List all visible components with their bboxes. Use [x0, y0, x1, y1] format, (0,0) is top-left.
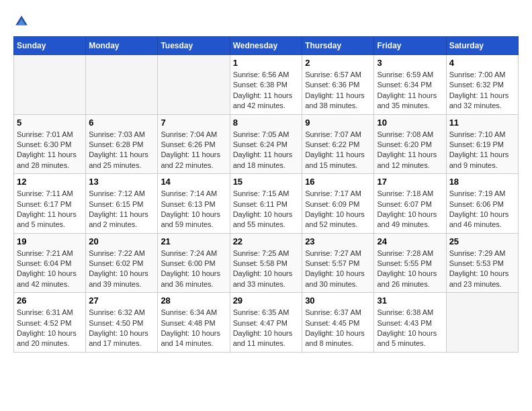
day-number: 8: [233, 118, 300, 128]
day-of-week-header: Saturday: [446, 37, 518, 55]
calendar-body: 1Sunrise: 6:56 AM Sunset: 6:38 PM Daylig…: [14, 55, 519, 353]
calendar-cell: 26Sunrise: 6:31 AM Sunset: 4:52 PM Dayli…: [14, 293, 86, 353]
day-number: 27: [89, 295, 154, 306]
day-info: Sunrise: 7:03 AM Sunset: 6:28 PM Dayligh…: [89, 130, 154, 171]
day-info: Sunrise: 6:37 AM Sunset: 4:45 PM Dayligh…: [305, 308, 371, 349]
calendar-week-row: 12Sunrise: 7:11 AM Sunset: 6:17 PM Dayli…: [14, 174, 519, 234]
day-number: 2: [305, 58, 371, 68]
day-info: Sunrise: 7:01 AM Sunset: 6:30 PM Dayligh…: [17, 130, 83, 171]
calendar-cell: 8Sunrise: 7:05 AM Sunset: 6:24 PM Daylig…: [230, 114, 302, 174]
day-number: 10: [377, 118, 443, 128]
calendar-cell: [14, 55, 86, 115]
calendar-cell: 9Sunrise: 7:07 AM Sunset: 6:22 PM Daylig…: [302, 114, 374, 174]
calendar-cell: 30Sunrise: 6:37 AM Sunset: 4:45 PM Dayli…: [302, 293, 374, 353]
calendar-table: SundayMondayTuesdayWednesdayThursdayFrid…: [13, 36, 519, 353]
calendar-cell: 24Sunrise: 7:28 AM Sunset: 5:55 PM Dayli…: [374, 233, 446, 293]
logo-icon: [13, 13, 30, 30]
day-info: Sunrise: 7:14 AM Sunset: 6:13 PM Dayligh…: [161, 189, 226, 230]
calendar-cell: 19Sunrise: 7:21 AM Sunset: 6:04 PM Dayli…: [14, 233, 86, 293]
day-info: Sunrise: 7:11 AM Sunset: 6:17 PM Dayligh…: [17, 189, 83, 230]
day-info: Sunrise: 6:38 AM Sunset: 4:43 PM Dayligh…: [377, 308, 443, 349]
day-info: Sunrise: 7:24 AM Sunset: 6:00 PM Dayligh…: [161, 248, 226, 290]
day-of-week-header: Wednesday: [230, 37, 302, 55]
day-info: Sunrise: 7:00 AM Sunset: 6:32 PM Dayligh…: [449, 70, 515, 111]
day-number: 30: [305, 295, 371, 306]
calendar-cell: [158, 55, 230, 115]
day-info: Sunrise: 6:59 AM Sunset: 6:34 PM Dayligh…: [377, 70, 443, 111]
calendar-cell: 20Sunrise: 7:22 AM Sunset: 6:02 PM Dayli…: [86, 233, 158, 293]
day-number: 5: [17, 118, 83, 128]
day-number: 13: [89, 177, 154, 187]
logo: [13, 13, 32, 30]
day-number: 20: [89, 236, 154, 246]
day-info: Sunrise: 7:05 AM Sunset: 6:24 PM Dayligh…: [233, 130, 300, 171]
day-number: 15: [233, 177, 300, 187]
day-number: 18: [449, 177, 515, 187]
calendar-week-row: 5Sunrise: 7:01 AM Sunset: 6:30 PM Daylig…: [14, 114, 519, 174]
page-header: [13, 13, 519, 30]
day-info: Sunrise: 7:07 AM Sunset: 6:22 PM Dayligh…: [305, 130, 371, 171]
day-number: 26: [17, 295, 83, 306]
day-number: 19: [17, 236, 83, 246]
calendar-week-row: 19Sunrise: 7:21 AM Sunset: 6:04 PM Dayli…: [14, 233, 519, 293]
day-info: Sunrise: 7:08 AM Sunset: 6:20 PM Dayligh…: [377, 130, 443, 171]
calendar-cell: 2Sunrise: 6:57 AM Sunset: 6:36 PM Daylig…: [302, 55, 374, 115]
day-info: Sunrise: 7:21 AM Sunset: 6:04 PM Dayligh…: [17, 248, 83, 290]
day-of-week-header: Sunday: [14, 37, 86, 55]
day-number: 7: [161, 118, 226, 128]
day-info: Sunrise: 7:10 AM Sunset: 6:19 PM Dayligh…: [449, 130, 515, 171]
day-number: 24: [377, 236, 443, 246]
calendar-header: SundayMondayTuesdayWednesdayThursdayFrid…: [14, 37, 519, 55]
day-info: Sunrise: 7:28 AM Sunset: 5:55 PM Dayligh…: [377, 248, 443, 290]
calendar-cell: 28Sunrise: 6:34 AM Sunset: 4:48 PM Dayli…: [158, 293, 230, 353]
days-of-week-row: SundayMondayTuesdayWednesdayThursdayFrid…: [14, 37, 519, 55]
calendar-cell: 14Sunrise: 7:14 AM Sunset: 6:13 PM Dayli…: [158, 174, 230, 234]
calendar-cell: 12Sunrise: 7:11 AM Sunset: 6:17 PM Dayli…: [14, 174, 86, 234]
day-number: 25: [449, 236, 515, 246]
day-info: Sunrise: 7:29 AM Sunset: 5:53 PM Dayligh…: [449, 248, 515, 290]
calendar-cell: 1Sunrise: 6:56 AM Sunset: 6:38 PM Daylig…: [230, 55, 302, 115]
calendar-cell: 22Sunrise: 7:25 AM Sunset: 5:58 PM Dayli…: [230, 233, 302, 293]
day-number: 3: [377, 58, 443, 68]
day-number: 9: [305, 118, 371, 128]
day-number: 16: [305, 177, 371, 187]
day-of-week-header: Monday: [86, 37, 158, 55]
day-number: 31: [377, 295, 443, 306]
day-number: 28: [161, 295, 226, 306]
calendar-cell: [86, 55, 158, 115]
day-info: Sunrise: 6:57 AM Sunset: 6:36 PM Dayligh…: [305, 70, 371, 111]
calendar-cell: 5Sunrise: 7:01 AM Sunset: 6:30 PM Daylig…: [14, 114, 86, 174]
day-number: 17: [377, 177, 443, 187]
calendar-cell: 13Sunrise: 7:12 AM Sunset: 6:15 PM Dayli…: [86, 174, 158, 234]
day-info: Sunrise: 7:12 AM Sunset: 6:15 PM Dayligh…: [89, 189, 154, 230]
day-number: 29: [233, 295, 300, 306]
day-of-week-header: Friday: [374, 37, 446, 55]
calendar-cell: 21Sunrise: 7:24 AM Sunset: 6:00 PM Dayli…: [158, 233, 230, 293]
calendar-cell: 10Sunrise: 7:08 AM Sunset: 6:20 PM Dayli…: [374, 114, 446, 174]
day-number: 4: [449, 58, 515, 68]
day-info: Sunrise: 7:15 AM Sunset: 6:11 PM Dayligh…: [233, 189, 300, 230]
calendar-cell: 27Sunrise: 6:32 AM Sunset: 4:50 PM Dayli…: [86, 293, 158, 353]
day-info: Sunrise: 7:04 AM Sunset: 6:26 PM Dayligh…: [161, 130, 226, 171]
day-number: 14: [161, 177, 226, 187]
calendar-cell: [446, 293, 518, 353]
calendar-cell: 15Sunrise: 7:15 AM Sunset: 6:11 PM Dayli…: [230, 174, 302, 234]
calendar-cell: 17Sunrise: 7:18 AM Sunset: 6:07 PM Dayli…: [374, 174, 446, 234]
day-info: Sunrise: 7:18 AM Sunset: 6:07 PM Dayligh…: [377, 189, 443, 230]
calendar-cell: 25Sunrise: 7:29 AM Sunset: 5:53 PM Dayli…: [446, 233, 518, 293]
day-info: Sunrise: 6:31 AM Sunset: 4:52 PM Dayligh…: [17, 308, 83, 349]
calendar-cell: 3Sunrise: 6:59 AM Sunset: 6:34 PM Daylig…: [374, 55, 446, 115]
day-number: 1: [233, 58, 300, 68]
day-info: Sunrise: 7:27 AM Sunset: 5:57 PM Dayligh…: [305, 248, 371, 290]
day-of-week-header: Tuesday: [158, 37, 230, 55]
calendar-week-row: 1Sunrise: 6:56 AM Sunset: 6:38 PM Daylig…: [14, 55, 519, 115]
day-number: 11: [449, 118, 515, 128]
day-info: Sunrise: 6:32 AM Sunset: 4:50 PM Dayligh…: [89, 308, 154, 349]
calendar-cell: 29Sunrise: 6:35 AM Sunset: 4:47 PM Dayli…: [230, 293, 302, 353]
day-info: Sunrise: 7:17 AM Sunset: 6:09 PM Dayligh…: [305, 189, 371, 230]
calendar-cell: 23Sunrise: 7:27 AM Sunset: 5:57 PM Dayli…: [302, 233, 374, 293]
day-of-week-header: Thursday: [302, 37, 374, 55]
day-number: 6: [89, 118, 154, 128]
day-number: 21: [161, 236, 226, 246]
day-info: Sunrise: 7:19 AM Sunset: 6:06 PM Dayligh…: [449, 189, 515, 230]
